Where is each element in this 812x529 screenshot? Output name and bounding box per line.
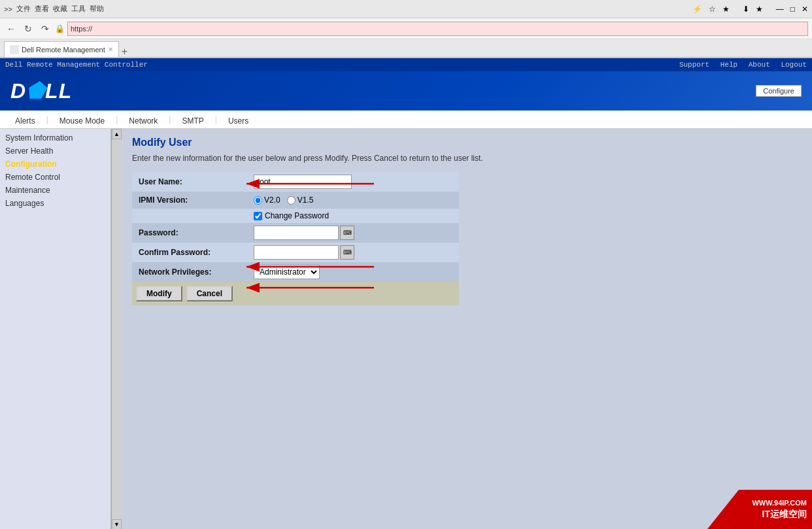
username-row: User Name:	[132, 172, 459, 192]
drac-body: System Information Server Health Configu…	[0, 129, 812, 529]
drac-header-links: Support Help About Logout	[673, 61, 807, 69]
ipmi-row: IPMI Version: V2.0 V1.5	[132, 192, 459, 209]
change-password-checkbox[interactable]	[254, 212, 262, 220]
star-icon[interactable]: ☆	[709, 5, 716, 14]
change-password-label[interactable]: Change Password	[254, 211, 455, 220]
tab-mouse-mode[interactable]: Mouse Mode	[50, 112, 114, 128]
close-btn[interactable]: ✕	[802, 5, 808, 14]
network-privileges-label: Network Privileges:	[132, 262, 250, 282]
tab-smtp[interactable]: SMTP	[172, 112, 213, 128]
tab-title: Dell Remote Management	[22, 46, 105, 54]
browser-chrome: >> 文件 查看 收藏 工具 帮助 ⚡ ☆ ★ ⬇ ★ — □ ✕ ← ↻ ↷ …	[0, 0, 812, 58]
ipmi-v15-radio[interactable]	[287, 196, 296, 205]
confirm-password-wrap: ⌨	[254, 245, 455, 260]
tab-bar: Dell Remote Management ✕ +	[0, 39, 812, 58]
sidebar-item-system-information[interactable]: System Information	[0, 131, 110, 145]
scroll-down-button[interactable]: ▼	[112, 519, 122, 529]
tab-separator-3: |	[167, 115, 172, 124]
password-row: Password: ⌨	[132, 223, 459, 243]
drac-header-bar: Dell Remote Management Controller Suppor…	[0, 58, 812, 71]
window-controls: ⚡ ☆ ★ ⬇ ★ — □ ✕	[692, 5, 808, 14]
title-bar: >> 文件 查看 收藏 工具 帮助 ⚡ ☆ ★ ⬇ ★ — □ ✕	[0, 0, 812, 18]
watermark-line1: WWW.94IP.COM	[752, 498, 807, 508]
form-area: User Name: IPMI Version: V2.0	[132, 172, 459, 305]
bookmark-icon[interactable]: ★	[756, 5, 763, 14]
ipmi-v20-radio[interactable]	[254, 196, 262, 205]
title-bar-prefix: >>	[4, 5, 12, 13]
minimize-btn[interactable]: —	[776, 5, 784, 14]
menu-file[interactable]: 文件	[16, 4, 31, 14]
password-input[interactable]	[254, 226, 339, 240]
configure-button[interactable]: Configure	[756, 85, 802, 97]
ipmi-v15-label[interactable]: V1.5	[287, 196, 314, 205]
password-wrap: ⌨	[254, 226, 455, 240]
confirm-password-input[interactable]	[254, 245, 339, 260]
confirm-password-label: Confirm Password:	[132, 243, 250, 262]
confirm-password-row: Confirm Password: ⌨	[132, 243, 459, 262]
tab-users[interactable]: Users	[218, 112, 258, 128]
username-input[interactable]	[254, 175, 352, 189]
ipmi-value-cell: V2.0 V1.5	[250, 192, 459, 209]
modify-button[interactable]: Modify	[136, 286, 182, 301]
tab-network[interactable]: Network	[119, 112, 167, 128]
password-keyboard-icon[interactable]: ⌨	[340, 226, 354, 240]
drac-tabs: Alerts | Mouse Mode | Network | SMTP | U…	[0, 111, 812, 129]
network-privileges-value-cell: Administrator Operator User	[250, 262, 459, 282]
logout-link[interactable]: Logout	[781, 61, 807, 69]
sidebar-item-configuration[interactable]: Configuration	[0, 158, 110, 171]
menu-view[interactable]: 查看	[35, 4, 49, 14]
tab-separator-4: |	[214, 115, 218, 124]
tab-separator-1: |	[45, 115, 50, 124]
maximize-btn[interactable]: □	[790, 5, 795, 14]
network-privileges-row: Network Privileges: Administrator Operat…	[132, 262, 459, 282]
dell-logo-text: D⬟LL	[10, 78, 72, 103]
change-password-row: Change Password	[132, 209, 459, 223]
form-buttons: Modify Cancel	[132, 282, 459, 305]
change-password-label-cell	[132, 209, 250, 223]
browser-tab[interactable]: Dell Remote Management ✕	[4, 41, 119, 57]
sidebar-item-maintenance[interactable]: Maintenance	[0, 184, 110, 197]
address-input[interactable]	[67, 22, 808, 36]
watermark-text: WWW.94IP.COM IT运维空间	[752, 498, 807, 521]
star-filled-icon[interactable]: ★	[722, 5, 730, 14]
dell-logo: D⬟LL	[10, 78, 72, 103]
menu-tools[interactable]: 工具	[71, 4, 86, 14]
button-row: Modify Cancel	[132, 282, 459, 305]
about-link[interactable]: About	[749, 61, 770, 69]
ipmi-v20-label[interactable]: V2.0	[254, 196, 280, 205]
menu-help[interactable]: 帮助	[90, 4, 104, 14]
lock-icon: 🔒	[55, 24, 65, 33]
tab-alerts[interactable]: Alerts	[5, 112, 45, 128]
cancel-button[interactable]: Cancel	[186, 286, 233, 301]
network-privileges-select[interactable]: Administrator Operator User	[254, 265, 320, 279]
configure-btn-wrap: Configure	[756, 85, 802, 97]
support-link[interactable]: Support	[679, 61, 709, 69]
user-form: User Name: IPMI Version: V2.0	[132, 172, 459, 305]
page-description: Enter the new information for the user b…	[132, 154, 802, 163]
drac-title: Dell Remote Management Controller	[5, 61, 148, 69]
new-tab-button[interactable]: +	[122, 46, 127, 57]
help-link[interactable]: Help	[720, 61, 737, 69]
sidebar-wrapper: System Information Server Health Configu…	[0, 129, 122, 529]
change-password-text: Change Password	[265, 211, 329, 220]
scroll-up-button[interactable]: ▲	[112, 129, 122, 139]
tab-separator-2: |	[114, 115, 119, 124]
tab-favicon	[10, 45, 19, 54]
change-password-value-cell: Change Password	[250, 209, 459, 223]
drac-logo-bar: D⬟LL Configure	[0, 71, 812, 111]
refresh-button[interactable]: ↻	[21, 22, 35, 36]
page-title: Modify User	[132, 137, 802, 148]
username-label: User Name:	[132, 172, 250, 192]
sidebar: System Information Server Health Configu…	[0, 129, 111, 529]
forward-button[interactable]: ↷	[38, 22, 52, 36]
sidebar-item-server-health[interactable]: Server Health	[0, 145, 110, 158]
download-icon[interactable]: ⬇	[743, 5, 749, 14]
menu-favorites[interactable]: 收藏	[53, 4, 67, 14]
tab-close-button[interactable]: ✕	[108, 46, 113, 53]
sidebar-item-languages[interactable]: Languages	[0, 197, 110, 210]
back-button[interactable]: ←	[4, 22, 18, 36]
sidebar-item-remote-control[interactable]: Remote Control	[0, 171, 110, 184]
button-cell: Modify Cancel	[132, 282, 459, 305]
nav-bar: ← ↻ ↷ 🔒	[0, 18, 812, 39]
confirm-password-keyboard-icon[interactable]: ⌨	[340, 245, 354, 260]
